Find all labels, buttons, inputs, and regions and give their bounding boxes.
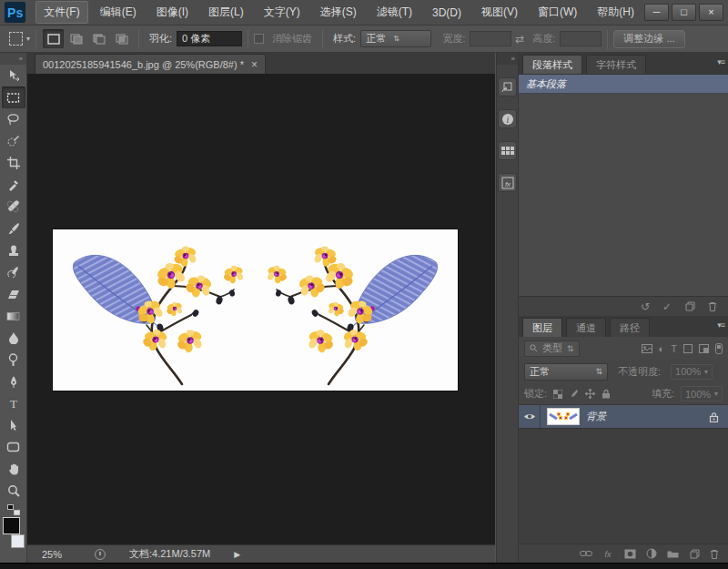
dodge-tool[interactable]	[2, 349, 25, 371]
dock-expand-button[interactable]: »	[497, 53, 518, 65]
history-panel-button[interactable]	[498, 77, 517, 97]
move-tool[interactable]	[2, 65, 25, 86]
tab-paragraph-styles[interactable]: 段落样式	[522, 55, 582, 74]
swatches-panel-button[interactable]	[498, 141, 517, 160]
refine-edge-button[interactable]: 调整边缘 ...	[613, 30, 684, 48]
clone-stamp-tool[interactable]	[2, 239, 25, 261]
tab-character-styles[interactable]: 字符样式	[586, 55, 646, 74]
pen-tool[interactable]	[2, 371, 25, 392]
panel-menu-icon[interactable]: ▾≡	[717, 57, 724, 66]
menu-view[interactable]: 视图(V)	[473, 1, 526, 24]
spot-healing-brush-tool[interactable]	[2, 196, 25, 218]
tab-channels[interactable]: 通道	[566, 318, 606, 337]
filter-toggle-switch[interactable]	[715, 343, 723, 354]
canvas-document[interactable]	[53, 229, 458, 391]
eraser-tool[interactable]	[2, 283, 25, 305]
antialias-checkbox[interactable]	[254, 34, 264, 44]
lock-pixels-icon[interactable]	[569, 389, 579, 399]
filter-type-icon[interactable]: T	[671, 343, 677, 354]
tab-close-icon[interactable]: ×	[251, 58, 258, 71]
visibility-toggle[interactable]	[519, 405, 541, 428]
foreground-color-swatch[interactable]	[3, 517, 20, 534]
blur-tool[interactable]	[2, 327, 25, 349]
filter-kind-dropdown[interactable]: 类型 ⇅	[524, 340, 580, 357]
history-icon	[501, 81, 513, 93]
feather-input[interactable]	[177, 31, 242, 46]
menu-type[interactable]: 文字(Y)	[256, 1, 308, 24]
selection-subtract-button[interactable]	[88, 29, 109, 48]
eyedropper-tool[interactable]	[2, 174, 25, 196]
fill-field[interactable]: 100% ▾	[681, 386, 723, 401]
filter-pixel-icon[interactable]	[642, 344, 652, 353]
layer-thumbnail[interactable]	[547, 408, 580, 425]
link-layers-icon[interactable]	[580, 550, 592, 557]
svg-text:fx: fx	[604, 550, 612, 559]
trash-icon[interactable]	[710, 549, 719, 559]
zoom-level[interactable]: 25%	[42, 549, 95, 560]
close-button[interactable]: ×	[699, 4, 723, 21]
menu-layer[interactable]: 图层(L)	[200, 1, 252, 24]
selection-intersect-button[interactable]	[111, 29, 132, 48]
menu-edit[interactable]: 编辑(E)	[92, 1, 145, 24]
brush-tool[interactable]	[2, 218, 25, 239]
gradient-tool[interactable]	[2, 305, 25, 327]
trash-icon[interactable]	[708, 301, 717, 311]
opacity-field[interactable]: 100% ▾	[671, 364, 713, 380]
add-mask-icon[interactable]	[624, 549, 636, 559]
menu-select[interactable]: 选择(S)	[312, 1, 365, 24]
shape-tool[interactable]	[2, 436, 25, 458]
styles-panel-button[interactable]: fx	[498, 173, 517, 192]
filter-smart-object-icon[interactable]	[699, 344, 709, 353]
menu-image[interactable]: 图像(I)	[148, 1, 197, 24]
path-selection-tool[interactable]	[2, 414, 25, 436]
adjustment-layer-icon[interactable]	[646, 548, 657, 559]
maximize-button[interactable]: □	[672, 4, 696, 21]
crop-tool[interactable]	[2, 152, 25, 174]
filter-adjustment-icon[interactable]: ◐	[659, 343, 665, 354]
menu-window[interactable]: 窗口(W)	[530, 1, 585, 24]
new-layer-icon[interactable]	[689, 549, 700, 559]
minimize-button[interactable]: ─	[644, 4, 669, 21]
swap-dimensions-icon[interactable]: ⇄	[515, 33, 524, 46]
fill-label: 填充:	[652, 387, 674, 401]
lasso-tool[interactable]	[2, 108, 25, 130]
hand-tool[interactable]	[2, 458, 25, 480]
tab-paths[interactable]: 路径	[610, 318, 650, 337]
lock-position-icon[interactable]	[585, 389, 595, 399]
layer-style-fx-icon[interactable]: fx	[602, 549, 614, 559]
new-style-icon[interactable]	[684, 301, 695, 311]
filter-shape-icon[interactable]	[683, 344, 693, 353]
new-group-icon[interactable]	[667, 549, 679, 558]
type-tool[interactable]: T	[2, 392, 25, 414]
height-input[interactable]	[560, 31, 602, 46]
lock-transparency-icon[interactable]	[553, 390, 562, 399]
rectangular-marquee-tool[interactable]	[2, 86, 25, 108]
list-item-basic-paragraph[interactable]: 基本段落	[519, 75, 728, 94]
apply-style-button[interactable]: ✓	[662, 300, 672, 313]
info-panel-button[interactable]: i	[498, 109, 517, 128]
width-input[interactable]	[470, 31, 511, 46]
menu-filter[interactable]: 滤镜(T)	[369, 1, 420, 24]
zoom-tool[interactable]	[2, 480, 25, 502]
background-color-swatch[interactable]	[11, 534, 25, 548]
menu-3d[interactable]: 3D(D)	[424, 3, 470, 23]
history-brush-tool[interactable]	[2, 261, 25, 283]
layer-row-background[interactable]: 背景	[519, 405, 728, 429]
lock-all-icon[interactable]	[602, 389, 611, 399]
tab-layers[interactable]: 图层	[522, 318, 562, 337]
default-colors-icon[interactable]	[7, 504, 20, 515]
menu-help[interactable]: 帮助(H)	[589, 1, 642, 24]
status-expand-icon[interactable]: ▶	[234, 550, 240, 559]
blend-mode-dropdown[interactable]: 正常 ⇅	[524, 363, 608, 381]
selection-add-button[interactable]	[66, 29, 86, 48]
canvas-viewport[interactable]	[27, 74, 495, 544]
quick-selection-tool[interactable]	[2, 130, 25, 152]
panel-menu-icon[interactable]: ▾≡	[717, 320, 724, 330]
document-tab[interactable]: 0012025185941546_b.jpg @ 25%(RGB/8#) * ×	[35, 54, 266, 74]
tools-collapse-button[interactable]: »	[0, 53, 26, 65]
style-dropdown[interactable]: 正常 ⇅	[360, 30, 431, 47]
tool-preset-picker[interactable]: ▾	[9, 32, 30, 46]
selection-new-button[interactable]	[43, 29, 64, 48]
menu-file[interactable]: 文件(F)	[35, 1, 87, 24]
clear-override-button[interactable]: ↺	[641, 300, 650, 313]
